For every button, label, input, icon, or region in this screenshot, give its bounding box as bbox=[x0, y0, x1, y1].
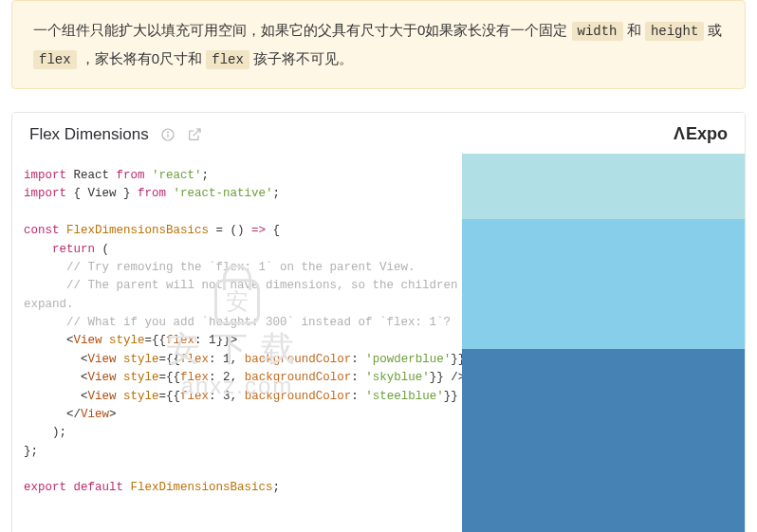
code-example-panel: Flex Dimensions Λ Expo 安 安下载 anxz.com im… bbox=[11, 112, 746, 532]
preview-box-skyblue bbox=[462, 219, 745, 349]
info-icon[interactable] bbox=[160, 127, 175, 142]
expo-brand[interactable]: Λ Expo bbox=[674, 124, 728, 144]
note-callout: 一个组件只能扩大以填充可用空间，如果它的父具有尺寸大于0如果家长没有一个固定 w… bbox=[11, 0, 746, 89]
external-link-icon[interactable] bbox=[187, 127, 202, 142]
svg-line-3 bbox=[193, 129, 199, 136]
code-editor[interactable]: 安 安下载 anxz.com import React from 'react'… bbox=[12, 154, 462, 532]
panel-header: Flex Dimensions Λ Expo bbox=[12, 113, 745, 154]
inline-code-width: width bbox=[572, 22, 623, 41]
svg-point-2 bbox=[167, 132, 168, 133]
panel-title: Flex Dimensions bbox=[29, 125, 149, 144]
inline-code-flex: flex bbox=[33, 50, 77, 69]
chevron-up-icon: Λ bbox=[674, 124, 682, 144]
preview-pane bbox=[462, 154, 745, 532]
code-content: import React from 'react'; import { View… bbox=[24, 167, 451, 498]
preview-box-steelblue bbox=[462, 349, 745, 532]
callout-text: 一个组件只能扩大以填充可用空间，如果它的父具有尺寸大于0如果家长没有一个固定 bbox=[33, 22, 572, 38]
preview-box-powderblue bbox=[462, 154, 745, 219]
inline-code-height: height bbox=[645, 22, 704, 41]
panel-body: 安 安下载 anxz.com import React from 'react'… bbox=[12, 154, 745, 532]
inline-code-flex-2: flex bbox=[206, 50, 249, 69]
